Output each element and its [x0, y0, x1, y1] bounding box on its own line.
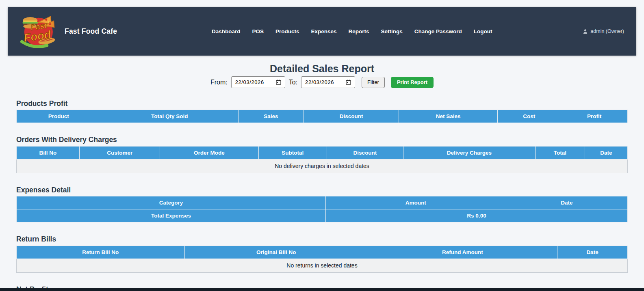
- header-row: Return Bill NoOriginal Bill NoRefund Amo…: [17, 246, 628, 259]
- expenses-detail-table: CategoryAmountDate Total Expenses Rs 0.0…: [16, 196, 628, 222]
- column-header-date: Date: [557, 246, 628, 259]
- return-bills-heading: Return Bills: [16, 235, 628, 243]
- page-title: Detailed Sales Report: [16, 63, 628, 75]
- products-profit-table: ProductTotal Qty SoldSalesDiscountNet Sa…: [16, 110, 628, 123]
- to-date-value: 22/03/2026: [305, 79, 334, 85]
- column-header-date: Date: [585, 146, 627, 159]
- date-filter-bar: From: 22/03/2026 To: 22/03/2026: [16, 76, 628, 88]
- header-row: ProductTotal Qty SoldSalesDiscountNet Sa…: [17, 110, 628, 123]
- nav-item-products[interactable]: Products: [275, 28, 299, 34]
- nav-item-change-password[interactable]: Change Password: [414, 28, 462, 34]
- column-header-product: Product: [17, 110, 101, 123]
- products-profit-section: Products Profit ProductTotal Qty SoldSal…: [16, 100, 628, 123]
- from-label: From:: [210, 79, 228, 86]
- empty-row: No delivery charges in selected dates: [17, 159, 628, 173]
- to-date-input[interactable]: 22/03/2026: [301, 76, 355, 88]
- column-header-total: Total: [535, 146, 585, 159]
- total-expenses-row: Total Expenses Rs 0.00: [17, 209, 628, 222]
- orders-delivery-heading: Orders With Delivery Charges: [16, 136, 628, 143]
- return-bills-section: Return Bills Return Bill NoOriginal Bill…: [16, 235, 628, 272]
- nav-item-logout[interactable]: Logout: [474, 28, 492, 34]
- from-date-value: 22/03/2026: [235, 79, 264, 85]
- column-header-discount: Discount: [304, 110, 399, 123]
- nav-item-settings[interactable]: Settings: [381, 28, 403, 34]
- column-header-return-bill-no: Return Bill No: [17, 246, 185, 259]
- main-nav: DashboardPOSProductsExpensesReportsSetti…: [121, 28, 583, 34]
- dark-bottom-strip: [0, 288, 644, 291]
- column-header-subtotal: Subtotal: [258, 146, 327, 159]
- nav-item-pos[interactable]: POS: [252, 28, 264, 34]
- column-header-profit: Profit: [561, 110, 628, 123]
- user-label: admin (Owner): [590, 28, 624, 34]
- total-expenses-value: Rs 0.00: [326, 209, 628, 222]
- total-expenses-label: Total Expenses: [17, 209, 326, 222]
- column-header-category: Category: [17, 196, 326, 209]
- nav-item-dashboard[interactable]: Dashboard: [212, 28, 241, 34]
- column-header-discount: Discount: [327, 146, 403, 159]
- navbar: Fast Food Fast Food Cafe DashboardPOSPro…: [8, 7, 636, 56]
- nav-item-reports[interactable]: Reports: [349, 28, 369, 34]
- brand-title: Fast Food Cafe: [65, 27, 117, 36]
- header-row: CategoryAmountDate: [17, 196, 628, 209]
- empty-message: No returns in selected dates: [17, 259, 628, 272]
- expenses-detail-section: Expenses Detail CategoryAmountDate Total…: [16, 186, 628, 222]
- filter-button[interactable]: Filter: [362, 77, 385, 88]
- products-profit-heading: Products Profit: [16, 100, 628, 107]
- nav-item-expenses[interactable]: Expenses: [311, 28, 336, 34]
- to-label: To:: [289, 79, 297, 86]
- return-bills-table: Return Bill NoOriginal Bill NoRefund Amo…: [16, 246, 628, 273]
- column-header-order-mode: Order Mode: [160, 146, 258, 159]
- expenses-detail-heading: Expenses Detail: [16, 186, 628, 194]
- column-header-cost: Cost: [497, 110, 561, 123]
- fast-food-logo-icon: Fast Food: [19, 13, 57, 50]
- print-report-button[interactable]: Print Report: [391, 77, 434, 88]
- user-menu[interactable]: admin (Owner): [583, 28, 624, 34]
- column-header-refund-amount: Refund Amount: [368, 246, 557, 259]
- column-header-amount: Amount: [326, 196, 506, 209]
- orders-delivery-table: Bill NoCustomerOrder ModeSubtotalDiscoun…: [16, 146, 628, 173]
- column-header-customer: Customer: [79, 146, 160, 159]
- header-row: Bill NoCustomerOrder ModeSubtotalDiscoun…: [17, 146, 628, 159]
- column-header-original-bill-no: Original Bill No: [184, 246, 368, 259]
- brand-group: Fast Food Fast Food Cafe: [19, 13, 117, 50]
- column-header-bill-no: Bill No: [17, 146, 80, 159]
- column-header-sales: Sales: [238, 110, 304, 123]
- calendar-icon[interactable]: [276, 80, 281, 85]
- report-page: Detailed Sales Report From: 22/03/2026 T…: [0, 63, 644, 291]
- column-header-total-qty-sold: Total Qty Sold: [101, 110, 238, 123]
- column-header-net-sales: Net Sales: [399, 110, 497, 123]
- empty-row: No returns in selected dates: [17, 259, 628, 272]
- column-header-date: Date: [506, 196, 627, 209]
- empty-message: No delivery charges in selected dates: [17, 159, 628, 173]
- from-date-input[interactable]: 22/03/2026: [231, 76, 285, 88]
- orders-delivery-section: Orders With Delivery Charges Bill NoCust…: [16, 136, 628, 173]
- person-icon: [583, 29, 588, 34]
- column-header-delivery-charges: Delivery Charges: [403, 146, 536, 159]
- calendar-icon[interactable]: [346, 80, 351, 85]
